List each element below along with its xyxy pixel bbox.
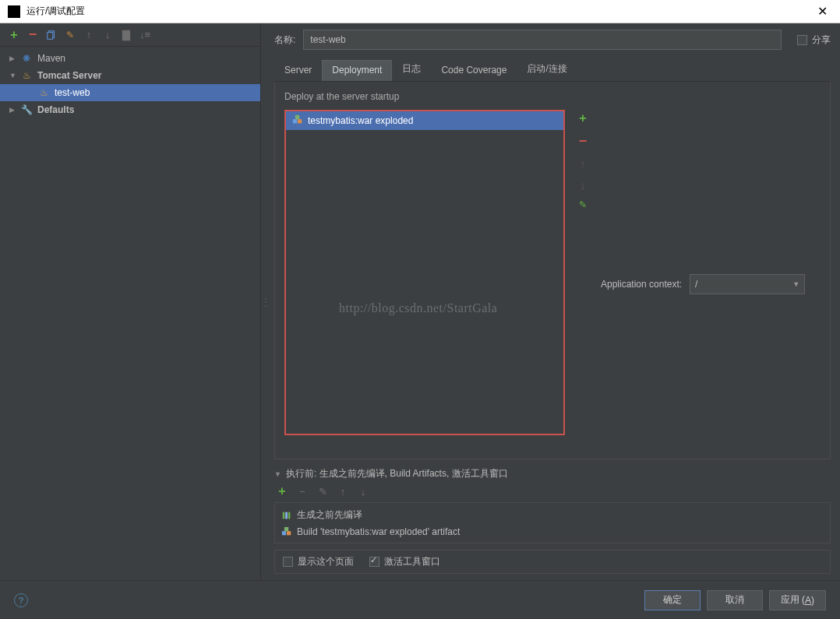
task-build[interactable]: 生成之前先编译 [275,506,830,524]
tab-startup[interactable]: 启动/连接 [517,58,577,81]
name-input[interactable] [303,30,782,50]
move-up-icon: ↑ [83,29,95,41]
share-label: 分享 [812,33,831,47]
before-launch-label: 执行前: 生成之前先编译, Build Artifacts, 激活工具窗口 [286,467,508,480]
move-up-icon: ↑ [337,485,349,498]
chevron-down-icon: ▼ [792,280,799,288]
tree-node-defaults[interactable]: ▶ 🔧 Defaults [0,101,260,118]
tomcat-icon: ♨ [37,87,50,98]
activate-tool-label: 激活工具窗口 [384,555,440,568]
remove-artifact-button[interactable]: − [579,133,588,149]
close-icon[interactable]: ✕ [813,4,832,19]
settings-icon[interactable]: ✎ [64,29,76,41]
checkbox-icon[interactable] [369,557,379,567]
chevron-right-icon: ▶ [9,106,17,114]
tab-server[interactable]: Server [274,60,322,81]
svg-rect-1 [48,32,53,39]
main-area: + − ✎ ↑ ↓ ▇ ↓≡ ▶ ❋ Maven ▼ ♨ Tomcat Serv… [0,23,840,580]
application-context-row: Application context: / ▼ [601,110,805,459]
dialog-footer: ? 确定 取消 应用 (A) [0,580,840,619]
tree-label: Maven [37,53,65,64]
share-check-input[interactable] [797,35,807,45]
deploy-header: Deploy at the server startup [275,91,830,110]
context-label: Application context: [601,279,682,290]
svg-rect-4 [295,114,299,118]
task-label: Build 'testmybatis:war exploded' artifac… [297,526,460,537]
tree-node-maven[interactable]: ▶ ❋ Maven [0,50,260,67]
chevron-right-icon: ▶ [9,55,17,62]
show-page-checkbox[interactable]: 显示这个页面 [283,555,354,568]
deployment-tab-content: Deploy at the server startup testmybatis… [274,82,831,459]
svg-rect-5 [283,512,285,519]
task-label: 生成之前先编译 [297,508,362,522]
artifact-icon [292,114,303,128]
tomcat-icon: ♨ [20,70,33,81]
config-detail-panel: 名称: 分享 Server Deployment 日志 Code Coverag… [265,23,840,580]
before-launch-tasks: 生成之前先编译 Build 'testmybatis:war exploded'… [274,502,831,543]
svg-rect-7 [288,512,291,519]
before-launch-toolbar: + − ✎ ↑ ↓ [274,485,831,498]
copy-config-button[interactable] [45,29,58,41]
before-launch-section: ▼ 执行前: 生成之前先编译, Build Artifacts, 激活工具窗口 … [274,467,831,574]
svg-rect-2 [293,119,297,123]
remove-config-button[interactable]: − [26,29,39,41]
folder-icon[interactable]: ▇ [120,29,132,41]
add-config-button[interactable]: + [8,29,20,41]
checkbox-icon[interactable] [283,557,293,567]
svg-rect-8 [282,531,286,535]
config-tabs: Server Deployment 日志 Code Coverage 启动/连接 [274,58,831,82]
config-tree: ▶ ❋ Maven ▼ ♨ Tomcat Server ♨ test-web ▶… [0,47,260,580]
ok-button[interactable]: 确定 [644,590,701,610]
artifact-toolbar: + − ↑ ↓ ✎ [574,110,591,459]
svg-rect-3 [298,119,302,123]
tree-label: test-web [55,87,90,98]
tree-node-testweb[interactable]: ♨ test-web [0,84,260,101]
move-up-icon: ↑ [580,157,586,171]
artifact-item[interactable]: testmybatis:war exploded [286,111,563,130]
tree-node-tomcat[interactable]: ▼ ♨ Tomcat Server [0,67,260,84]
help-button[interactable]: ? [14,593,28,607]
edit-artifact-button[interactable]: ✎ [579,199,587,210]
activate-tool-checkbox[interactable]: 激活工具窗口 [369,555,440,568]
show-page-label: 显示这个页面 [298,555,354,568]
before-launch-options: 显示这个页面 激活工具窗口 [274,550,831,574]
maven-icon: ❋ [20,53,33,64]
apply-button[interactable]: 应用 (A) [769,590,826,610]
deploy-area: testmybatis:war exploded http://blog.csd… [275,110,830,459]
svg-rect-6 [285,512,288,519]
move-down-icon: ↓ [580,178,586,192]
svg-rect-10 [284,527,288,531]
move-down-icon: ↓ [101,29,114,41]
context-value: / [695,279,697,290]
before-launch-header[interactable]: ▼ 执行前: 生成之前先编译, Build Artifacts, 激活工具窗口 [274,467,831,480]
task-build-artifact[interactable]: Build 'testmybatis:war exploded' artifac… [275,524,830,540]
tab-coverage[interactable]: Code Coverage [431,60,517,81]
chevron-down-icon: ▼ [9,72,17,79]
context-select[interactable]: / ▼ [690,274,805,294]
name-row: 名称: 分享 [274,30,831,50]
window-title: 运行/调试配置 [26,5,813,18]
tree-label: Tomcat Server [37,70,101,81]
tree-label: Defaults [37,104,74,115]
remove-task-button: − [296,485,309,498]
titlebar: 运行/调试配置 ✕ [0,0,840,23]
chevron-down-icon: ▼ [274,470,281,478]
artifact-list[interactable]: testmybatis:war exploded [284,110,565,435]
svg-rect-9 [287,531,291,535]
sort-icon[interactable]: ↓≡ [139,29,151,41]
move-down-icon: ↓ [357,485,369,498]
tab-logs[interactable]: 日志 [392,58,431,81]
add-artifact-button[interactable]: + [579,111,586,125]
cancel-button[interactable]: 取消 [707,590,763,610]
name-label: 名称: [274,33,295,47]
artifact-label: testmybatis:war exploded [308,115,413,126]
wrench-icon: 🔧 [20,104,33,115]
tab-deployment[interactable]: Deployment [322,60,392,81]
share-checkbox[interactable]: 分享 [797,33,831,47]
edit-task-icon: ✎ [316,485,329,498]
config-toolbar: + − ✎ ↑ ↓ ▇ ↓≡ [0,23,260,47]
add-task-button[interactable]: + [276,485,288,498]
configurations-panel: + − ✎ ↑ ↓ ▇ ↓≡ ▶ ❋ Maven ▼ ♨ Tomcat Serv… [0,23,261,580]
artifact-container: testmybatis:war exploded http://blog.csd… [284,110,565,459]
app-icon [8,5,20,18]
